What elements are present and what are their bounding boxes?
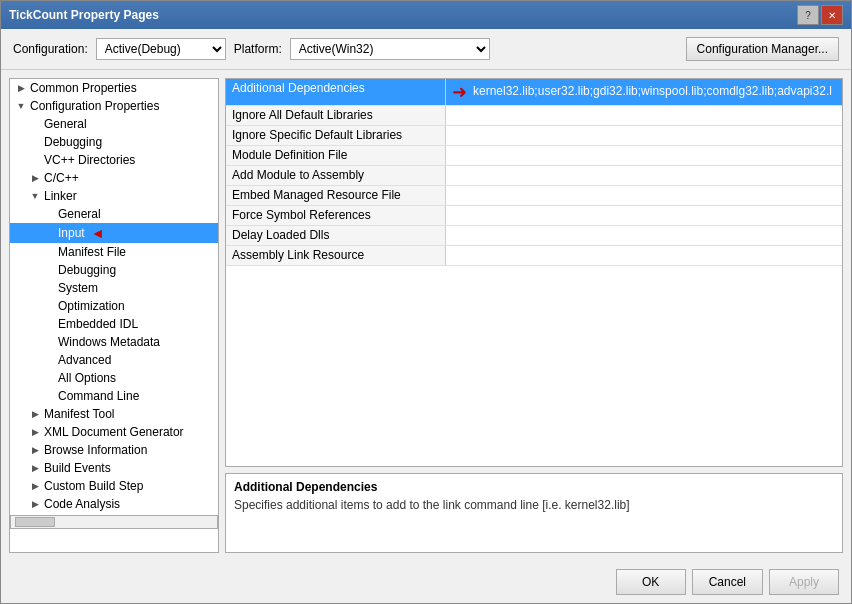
- tree-item-windows-metadata[interactable]: Windows Metadata: [10, 333, 218, 351]
- help-button[interactable]: ?: [797, 5, 819, 25]
- tree-item-embedded-idl[interactable]: Embedded IDL: [10, 315, 218, 333]
- tree-item-label: Windows Metadata: [58, 335, 160, 349]
- tree-item-label: All Options: [58, 371, 116, 385]
- tree-item-xml-doc-gen[interactable]: ▶XML Document Generator: [10, 423, 218, 441]
- property-row[interactable]: Assembly Link Resource: [226, 246, 842, 266]
- platform-select[interactable]: Active(Win32): [290, 38, 490, 60]
- tree-expander-spacer: [42, 389, 56, 403]
- tree-expander-spacer: [42, 371, 56, 385]
- config-manager-button[interactable]: Configuration Manager...: [686, 37, 839, 61]
- tree-item-optimization[interactable]: Optimization: [10, 297, 218, 315]
- tree-expander-icon[interactable]: ▶: [28, 443, 42, 457]
- tree-item-linker-general[interactable]: General: [10, 205, 218, 223]
- value-arrow-icon: ➜: [452, 82, 467, 102]
- tree-item-build-events[interactable]: ▶Build Events: [10, 459, 218, 477]
- tree-panel: ▶Common Properties▼Configuration Propert…: [9, 78, 219, 553]
- tree-expander-icon[interactable]: ▶: [14, 81, 28, 95]
- tree-item-browse-info[interactable]: ▶Browse Information: [10, 441, 218, 459]
- tree-expander-icon[interactable]: ▶: [28, 479, 42, 493]
- property-value: [446, 146, 842, 165]
- tree-expander-icon[interactable]: ▶: [28, 497, 42, 511]
- tree-expander-icon[interactable]: ▼: [14, 99, 28, 113]
- property-value: ➜kernel32.lib;user32.lib;gdi32.lib;winsp…: [446, 79, 842, 105]
- tree-item-label: Advanced: [58, 353, 111, 367]
- tree-item-system[interactable]: System: [10, 279, 218, 297]
- property-name: Delay Loaded Dlls: [226, 226, 446, 245]
- title-bar: TickCount Property Pages ? ✕: [1, 1, 851, 29]
- config-select[interactable]: Active(Debug): [96, 38, 226, 60]
- tree-item-debugging[interactable]: Debugging: [10, 133, 218, 151]
- scroll-thumb[interactable]: [15, 517, 55, 527]
- tree-item-label: General: [44, 117, 87, 131]
- tree-item-vcpp-dirs[interactable]: VC++ Directories: [10, 151, 218, 169]
- selection-arrow-icon: ◄: [91, 225, 105, 241]
- bottom-bar: OK Cancel Apply: [1, 561, 851, 603]
- tree-item-cpp[interactable]: ▶C/C++: [10, 169, 218, 187]
- tree-item-code-analysis[interactable]: ▶Code Analysis: [10, 495, 218, 513]
- property-row[interactable]: Ignore All Default Libraries: [226, 106, 842, 126]
- property-row[interactable]: Delay Loaded Dlls: [226, 226, 842, 246]
- tree-expander-icon[interactable]: ▶: [28, 425, 42, 439]
- config-label: Configuration:: [13, 42, 88, 56]
- tree-expander-icon[interactable]: ▶: [28, 171, 42, 185]
- property-name: Additional Dependencies: [226, 79, 446, 105]
- tree-expander-spacer: [42, 299, 56, 313]
- tree-item-label: Embedded IDL: [58, 317, 138, 331]
- apply-button[interactable]: Apply: [769, 569, 839, 595]
- tree-item-custom-build[interactable]: ▶Custom Build Step: [10, 477, 218, 495]
- tree-item-config-props[interactable]: ▼Configuration Properties: [10, 97, 218, 115]
- tree-item-advanced[interactable]: Advanced: [10, 351, 218, 369]
- tree-item-manifest-tool[interactable]: ▶Manifest Tool: [10, 405, 218, 423]
- tree-item-label: Optimization: [58, 299, 125, 313]
- property-value: [446, 126, 842, 145]
- tree-item-linker-debugging[interactable]: Debugging: [10, 261, 218, 279]
- property-row[interactable]: Force Symbol References: [226, 206, 842, 226]
- cancel-button[interactable]: Cancel: [692, 569, 763, 595]
- tree-item-label: Command Line: [58, 389, 139, 403]
- tree-item-manifest-file[interactable]: Manifest File: [10, 243, 218, 261]
- tree-expander-spacer: [42, 226, 56, 240]
- horizontal-scrollbar[interactable]: [10, 515, 218, 529]
- tree-item-all-options[interactable]: All Options: [10, 369, 218, 387]
- tree-expander-spacer: [42, 335, 56, 349]
- tree-expander-spacer: [28, 117, 42, 131]
- tree-item-label: Linker: [44, 189, 77, 203]
- title-bar-controls: ? ✕: [797, 5, 843, 25]
- main-window: TickCount Property Pages ? ✕ Configurati…: [0, 0, 852, 604]
- tree-expander-spacer: [28, 153, 42, 167]
- property-row[interactable]: Add Module to Assembly: [226, 166, 842, 186]
- tree-expander-icon[interactable]: ▶: [28, 407, 42, 421]
- tree-expander-spacer: [42, 353, 56, 367]
- close-button[interactable]: ✕: [821, 5, 843, 25]
- tree-expander-spacer: [28, 135, 42, 149]
- tree-expander-spacer: [42, 281, 56, 295]
- property-value: [446, 106, 842, 125]
- tree-item-common-props[interactable]: ▶Common Properties: [10, 79, 218, 97]
- property-name: Assembly Link Resource: [226, 246, 446, 265]
- properties-table: Additional Dependencies➜kernel32.lib;use…: [225, 78, 843, 467]
- property-value: [446, 186, 842, 205]
- tree-item-label: Code Analysis: [44, 497, 120, 511]
- tree-expander-spacer: [42, 245, 56, 259]
- tree-item-command-line[interactable]: Command Line: [10, 387, 218, 405]
- tree-item-label: Debugging: [58, 263, 116, 277]
- property-row[interactable]: Additional Dependencies➜kernel32.lib;use…: [226, 79, 842, 106]
- property-name: Module Definition File: [226, 146, 446, 165]
- ok-button[interactable]: OK: [616, 569, 686, 595]
- property-row[interactable]: Ignore Specific Default Libraries: [226, 126, 842, 146]
- tree-expander-icon[interactable]: ▼: [28, 189, 42, 203]
- tree-item-linker-input[interactable]: Input◄: [10, 223, 218, 243]
- tree-item-label: XML Document Generator: [44, 425, 184, 439]
- property-value: [446, 226, 842, 245]
- tree-expander-icon[interactable]: ▶: [28, 461, 42, 475]
- tree-item-label: Browse Information: [44, 443, 147, 457]
- tree-item-general[interactable]: General: [10, 115, 218, 133]
- property-row[interactable]: Embed Managed Resource File: [226, 186, 842, 206]
- tree-item-linker[interactable]: ▼Linker: [10, 187, 218, 205]
- tree-item-label: Debugging: [44, 135, 102, 149]
- property-row[interactable]: Module Definition File: [226, 146, 842, 166]
- platform-label: Platform:: [234, 42, 282, 56]
- property-name: Add Module to Assembly: [226, 166, 446, 185]
- property-value: [446, 206, 842, 225]
- window-title: TickCount Property Pages: [9, 8, 159, 22]
